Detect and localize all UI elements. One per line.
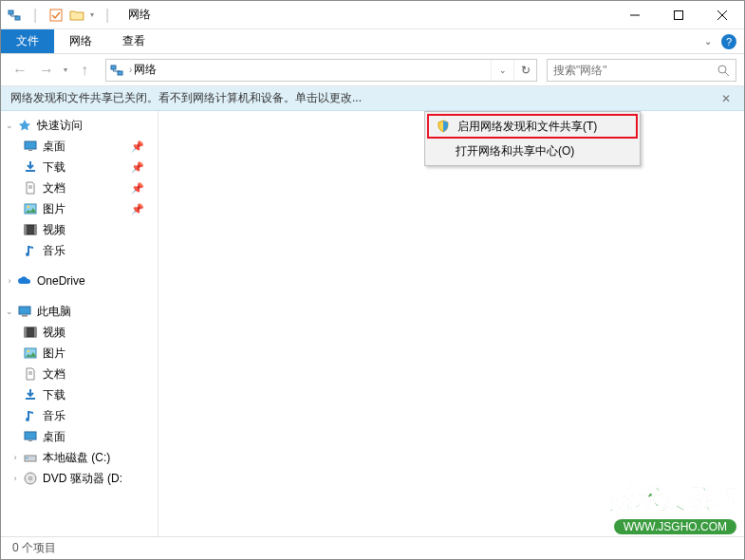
svg-rect-25 [25,327,27,337]
infobar[interactable]: 网络发现和文件共享已关闭。看不到网络计算机和设备。单击以更改... ✕ [1,86,744,111]
sidebar-item-disk-c[interactable]: › 本地磁盘 (C:) [1,447,158,468]
maximize-button[interactable] [657,1,700,29]
sidebar-item-downloads[interactable]: 下载 📌 [1,157,158,177]
sidebar-item-label: 下载 [43,387,65,403]
pin-icon: 📌 [131,140,144,153]
svg-rect-8 [118,71,122,75]
svg-rect-36 [26,457,28,458]
navbar: ← → ▾ ↑ › 网络 ⌄ ↻ [1,54,744,86]
context-item-label: 打开网络和共享中心(O) [456,143,574,159]
svg-rect-19 [25,225,27,234]
sidebar-item-label: 本地磁盘 (C:) [43,450,110,466]
context-item-open-center[interactable]: 打开网络和共享中心(O) [427,139,638,163]
address-bar[interactable]: › 网络 ⌄ ↻ [105,59,537,82]
sidebar-item-label: 视频 [43,325,65,341]
sidebar-item-label: DVD 驱动器 (D: [43,471,122,487]
sidebar-item-label: 下载 [43,159,65,176]
video-icon [22,224,39,235]
sidebar-item-label: 视频 [43,222,65,238]
divider-icon: | [100,8,115,23]
svg-rect-13 [26,170,35,172]
svg-point-38 [29,477,32,480]
ribbon-tabs: 文件 网络 查看 ⌄ ? [1,29,744,54]
ribbon-expand-icon[interactable]: ⌄ [704,36,712,47]
refresh-button[interactable]: ↻ [513,60,536,81]
pin-icon: 📌 [131,203,144,215]
context-menu: 启用网络发现和文件共享(T) 打开网络和共享中心(O) [424,111,641,166]
divider-icon: | [28,8,43,23]
help-icon[interactable]: ? [721,34,736,49]
picture-icon [22,347,39,359]
window-title: 网络 [128,7,151,23]
qat: | ▾ | 网络 [1,7,151,23]
sidebar-item-pc-pictures[interactable]: 图片 [1,343,158,364]
minimize-button[interactable] [613,1,657,29]
tab-view[interactable]: 查看 [107,29,160,53]
search-box[interactable] [547,59,736,82]
video-icon [22,327,39,338]
search-input[interactable] [553,64,717,77]
chevron-right-icon[interactable]: › [127,65,134,75]
sidebar-item-pc-documents[interactable]: 文档 [1,364,158,384]
document-icon [22,367,39,381]
sidebar-item-pc-videos[interactable]: 视频 [1,322,158,343]
close-button[interactable] [700,1,744,29]
qat-dropdown-icon[interactable]: ▾ [90,10,94,19]
window-controls [613,1,744,29]
sidebar-item-onedrive[interactable]: › OneDrive [1,271,158,291]
forward-button[interactable]: → [35,59,58,82]
tab-file[interactable]: 文件 [1,29,54,53]
sidebar-item-label: 文档 [43,180,65,196]
address-dropdown-icon[interactable]: ⌄ [491,60,513,81]
desktop-icon [22,431,39,442]
sidebar[interactable]: ⌄ 快速访问 桌面 📌 下载 📌 文档 📌 图片 📌 视频 [1,111,158,536]
svg-rect-4 [675,10,683,19]
pin-icon: 📌 [131,182,144,195]
chevron-right-icon[interactable]: › [9,474,22,483]
back-button[interactable]: ← [9,59,31,82]
sidebar-item-videos[interactable]: 视频 [1,219,158,240]
pc-icon [16,306,33,317]
document-icon [22,181,39,195]
up-button[interactable]: ↑ [73,59,96,82]
sidebar-item-documents[interactable]: 文档 📌 [1,177,158,198]
breadcrumb-location[interactable]: 网络 [134,62,157,78]
svg-point-9 [718,65,726,73]
sidebar-item-pictures[interactable]: 图片 📌 [1,198,158,219]
chevron-right-icon[interactable]: › [9,453,22,462]
svg-rect-34 [28,440,32,441]
music-icon [22,244,39,257]
svg-point-32 [26,418,29,421]
download-icon [22,160,39,174]
search-icon[interactable] [717,64,730,77]
chevron-right-icon[interactable]: › [3,276,16,286]
sidebar-item-label: 快速访问 [37,118,83,134]
svg-line-10 [725,72,729,76]
chevron-down-icon[interactable]: ⌄ [3,121,16,130]
desktop-icon [22,140,39,152]
svg-rect-7 [111,65,116,69]
chevron-down-icon[interactable]: ⌄ [3,307,16,316]
download-icon [22,388,39,401]
pin-icon: 📌 [131,161,144,174]
main-area: ⌄ 快速访问 桌面 📌 下载 📌 文档 📌 图片 📌 视频 [1,111,744,536]
check-icon[interactable] [48,8,64,23]
svg-rect-31 [26,398,35,400]
sidebar-item-music[interactable]: 音乐 [1,240,158,261]
svg-rect-23 [22,315,28,317]
sidebar-item-this-pc[interactable]: ⌄ 此电脑 [1,301,158,322]
sidebar-item-pc-music[interactable]: 音乐 [1,405,158,426]
tab-network[interactable]: 网络 [54,29,107,53]
svg-rect-11 [25,141,36,149]
history-dropdown-icon[interactable]: ▾ [62,65,69,74]
infobar-close-icon[interactable]: ✕ [717,92,735,105]
svg-rect-2 [50,9,62,21]
picture-icon [22,203,39,215]
sidebar-item-pc-downloads[interactable]: 下载 [1,384,158,405]
sidebar-item-dvd[interactable]: › DVD 驱动器 (D: [1,468,158,489]
folder-icon[interactable] [69,8,84,23]
sidebar-item-desktop[interactable]: 桌面 📌 [1,136,158,157]
sidebar-item-quick-access[interactable]: ⌄ 快速访问 [1,115,158,136]
sidebar-item-pc-desktop[interactable]: 桌面 [1,426,158,447]
context-item-enable-discovery[interactable]: 启用网络发现和文件共享(T) [427,114,638,139]
